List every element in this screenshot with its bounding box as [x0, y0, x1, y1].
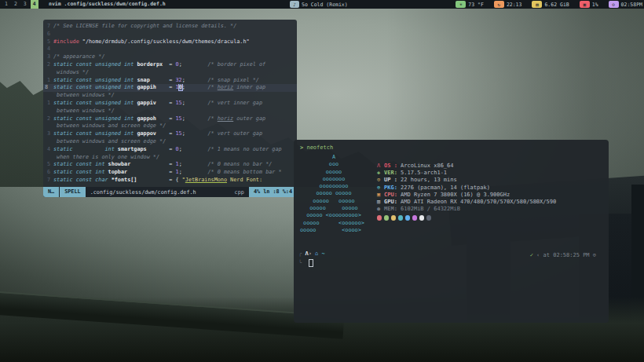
line-number: 7 [43, 177, 53, 185]
weather-icon: ☀ [456, 1, 466, 8]
kernel-icon: ◈ [377, 170, 384, 177]
code-text [53, 46, 297, 53]
line-number: 3 [43, 130, 53, 138]
line-number [43, 138, 53, 146]
vim-mode-badge: N… [43, 187, 59, 197]
neofetch-value: 6102MiB / 64322MiB [401, 206, 460, 213]
editor-line: 6 [43, 31, 297, 38]
palette-dot [391, 215, 396, 220]
focused-window-title: nvim .config/suckless/dwm/config.def.h [49, 0, 166, 9]
code-text: when there is only one window */ [53, 154, 297, 162]
memory-status: ▤6.62 GiB [532, 0, 569, 9]
dwm-status-bar: 1234 nvim .config/suckless/dwm/config.de… [0, 0, 644, 9]
command-text: neofetch [303, 144, 333, 151]
uptime-status: ↻22:13 [494, 0, 522, 9]
editor-line: between windows */ [43, 108, 297, 115]
line-number [43, 154, 53, 162]
neofetch-row-uptime: ⊙UP : 22 hours, 13 mins [377, 177, 556, 184]
workspace-tag-2[interactable]: 2 [12, 0, 20, 9]
neofetch-value: 22 hours, 13 mins [401, 177, 457, 184]
line-number: 5 [43, 38, 53, 46]
line-number: 1 [43, 100, 53, 108]
neofetch-value: 2276 (pacman), 14 (flatpak) [401, 185, 490, 192]
code-text: static const int showbar = 1; /* 0 means… [53, 161, 297, 169]
neofetch-label: UP : [384, 177, 401, 184]
palette-dot [426, 215, 431, 220]
neofetch-value: ArcoLinux x86_64 [401, 163, 453, 170]
neofetch-label: VER: [384, 170, 401, 177]
uptime-icon: ↻ [494, 1, 504, 8]
neofetch-row-cpu: ▣CPU: AMD Ryzen 7 3800X (16) @ 3.900GHz [377, 192, 556, 199]
code-text: static int smartgaps = 0; /* 1 means no … [53, 146, 297, 154]
clock-status: ⊙02:58PM [609, 0, 642, 9]
neofetch-label: OS : [384, 163, 401, 170]
neofetch-value: AMD ATI Radeon RX 470/480/570/570X/580/5… [401, 199, 556, 206]
editor-line: 3static const unsigned int gappov = 15; … [43, 130, 297, 138]
code-text: static const int topbar = 1; /* 0 means … [53, 169, 297, 177]
editor-line: 4 [43, 46, 297, 53]
neofetch-row-packages: ⊕PKG: 2276 (pacman), 14 (flatpak) [377, 185, 556, 192]
vim-file-path: .config/suckless/dwm/config.def.h [90, 189, 196, 196]
code-text: /* appearance */ [53, 53, 297, 61]
arch-logo-icon: Λ [302, 250, 308, 257]
editor-line: 2static const unsigned int borderpx = 0;… [43, 61, 297, 69]
code-text: #include "/home/drmdub/.config/suckless/… [53, 38, 297, 46]
neofetch-row-os: ΛOS : ArcoLinux x86_64 [377, 163, 556, 170]
workspace-tag-1[interactable]: 1 [2, 0, 10, 9]
shell-prompt: ╭ Λ› ⌂ ~ [298, 250, 325, 257]
workspace-tag-4[interactable]: 4 [31, 0, 38, 9]
neofetch-row-memory: ●MEM: 6102MiB / 64322MiB [377, 206, 556, 213]
line-number: 4 [43, 146, 53, 154]
line-number: 6 [43, 31, 53, 38]
editor-content[interactable]: 7/* See LICENSE file for copyright and l… [43, 23, 297, 185]
code-text: /* See LICENSE file for copyright and li… [53, 23, 297, 31]
terminal-window[interactable]: > neofetch A ooo ooooo ooooooo ooooooooo… [294, 140, 609, 323]
editor-line: between windows */ [43, 92, 297, 100]
line-number: 7 [43, 23, 53, 31]
code-text: static const unsigned int gappov = 15; /… [53, 130, 297, 138]
palette-dot [412, 215, 417, 220]
neofetch-row-kernel: ◈VER: 5.17.5-arch1-1 [377, 170, 556, 177]
line-number: 6 [43, 169, 53, 177]
arcolinux-ascii-logo: A ooo ooooo ooooooo ooooooooo ooooo oooo… [300, 154, 364, 234]
nvim-window[interactable]: 7/* See LICENSE file for copyright and l… [43, 20, 297, 197]
line-number: 2 [43, 61, 53, 69]
shell-input-line[interactable]: ╰ [298, 259, 313, 267]
uptime-icon: ⊙ [377, 177, 384, 184]
uptime-value: 22:13 [507, 2, 522, 8]
terminal-color-palette [377, 215, 556, 220]
desktop: 1234 nvim .config/suckless/dwm/config.de… [0, 0, 644, 362]
memory-icon: ● [377, 206, 384, 213]
cpu-icon: ▣ [580, 1, 590, 8]
neofetch-info: ΛOS : ArcoLinux x86_64◈VER: 5.17.5-arch1… [377, 163, 556, 221]
now-playing-label: So Cold (Remix) [302, 2, 348, 8]
gpu-icon: ▥ [377, 199, 384, 206]
prompt-corner: ╰ [298, 260, 302, 266]
editor-line: 1static const unsigned int snap = 32; /*… [43, 77, 297, 85]
editor-line: 2static const unsigned int gappoh = 15; … [43, 115, 297, 123]
code-text: static const char *fonts[] = { "JetBrain… [53, 177, 297, 185]
neofetch-label: CPU: [384, 192, 401, 199]
line-number [43, 122, 53, 130]
palette-dot [377, 215, 382, 220]
code-text: between windows and screen edge */ [53, 138, 297, 146]
line-number [43, 108, 53, 115]
workspace-tag-3[interactable]: 3 [21, 0, 29, 9]
editor-line: between windows and screen edge */ [43, 122, 297, 130]
neofetch-value: 5.17.5-arch1-1 [401, 170, 447, 177]
editor-line: windows */ [43, 69, 297, 77]
editor-line: 3/* appearance */ [43, 53, 297, 61]
memory-value: 6.62 GiB [544, 2, 569, 8]
code-text: windows */ [53, 69, 297, 77]
editor-line: between windows and screen edge */ [43, 138, 297, 146]
editor-line: 6static const int topbar = 1; /* 0 means… [43, 169, 297, 177]
palette-dot [398, 215, 403, 220]
editor-line: 7/* See LICENSE file for copyright and l… [43, 23, 297, 31]
cpu-value: 1% [592, 2, 598, 8]
vim-position-badge: 4% ln :8 %:4 [249, 187, 297, 197]
neofetch-label: MEM: [384, 206, 401, 213]
code-text: static const unsigned int gappih = 10; /… [53, 84, 297, 92]
code-text: static const unsigned int gappoh = 15; /… [53, 115, 297, 123]
code-text: between windows and screen edge */ [53, 122, 297, 130]
vim-statusline: N… SPELL .config/suckless/dwm/config.def… [43, 187, 297, 197]
